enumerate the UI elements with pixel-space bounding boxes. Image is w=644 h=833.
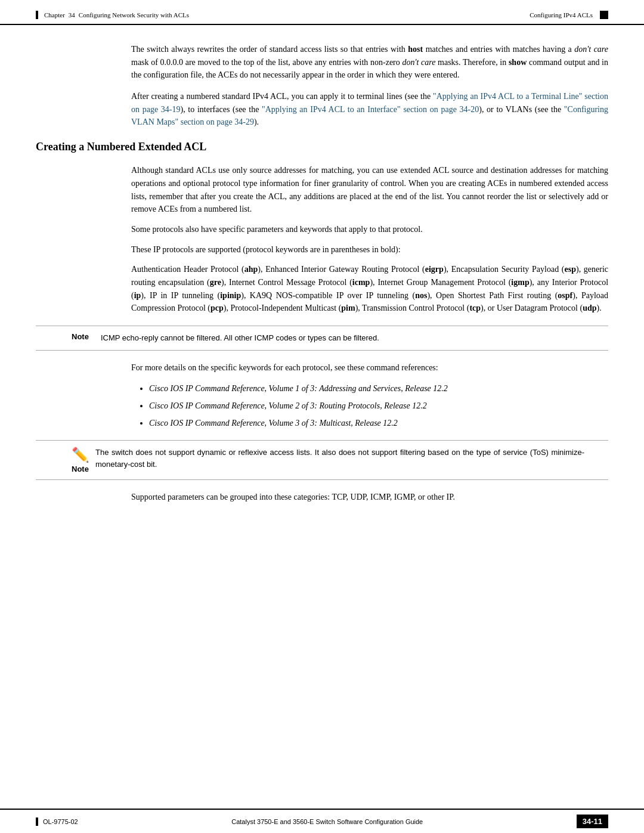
body-section: Although standard ACLs use only source a… xyxy=(131,164,608,315)
link-interface[interactable]: "Applying an IPv4 ACL to an Interface" s… xyxy=(262,105,479,114)
body-para1: Although standard ACLs use only source a… xyxy=(131,164,608,216)
note1-box: Note ICMP echo-reply cannot be filtered.… xyxy=(36,326,608,351)
intro-para2: After creating a numbered standard IPv4 … xyxy=(131,90,608,129)
supported-params-section: Supported parameters can be grouped into… xyxy=(131,491,608,504)
footer-center: Catalyst 3750-E and 3560-E Switch Softwa… xyxy=(231,818,423,825)
for-more-para: For more details on the specific keyword… xyxy=(131,361,608,374)
note1-label: Note xyxy=(36,332,101,341)
note2-icon-area: ✏️ Note xyxy=(36,447,95,473)
footer-ol: OL-9775-02 xyxy=(43,818,78,825)
header-right: Configuring IPv4 ACLs xyxy=(530,11,608,19)
body-para4: Authentication Header Protocol (ahp), En… xyxy=(131,263,608,315)
intro-section: The switch always rewrites the order of … xyxy=(131,43,608,129)
note1-content: ICMP echo-reply cannot be filtered. All … xyxy=(101,332,608,344)
footer-left: OL-9775-02 xyxy=(36,817,78,826)
chapter-title: Configuring Network Security with ACLs xyxy=(79,11,189,18)
header-right-title: Configuring IPv4 ACLs xyxy=(530,11,593,18)
body-para2: Some protocols also have specific parame… xyxy=(131,223,608,236)
note2-content: The switch does not support dynamic or r… xyxy=(95,447,608,470)
chapter-num: 34 xyxy=(69,11,75,18)
pencil-icon: ✏️ xyxy=(72,447,89,463)
supported-params-para: Supported parameters can be grouped into… xyxy=(131,491,608,504)
for-more-section: For more details on the specific keyword… xyxy=(131,361,608,374)
note2-label: Note xyxy=(72,465,89,473)
page-header: Chapter 34 Configuring Network Security … xyxy=(0,0,644,25)
section-heading: Creating a Numbered Extended ACL xyxy=(36,141,608,153)
header-left: Chapter 34 Configuring Network Security … xyxy=(36,11,189,19)
note2-box: ✏️ Note The switch does not support dyna… xyxy=(36,440,608,480)
header-bar-left xyxy=(36,11,38,19)
list-item: Cisco IOS IP Command Reference, Volume 1… xyxy=(149,382,608,395)
page-footer: OL-9775-02 Catalyst 3750-E and 3560-E Sw… xyxy=(0,809,644,833)
page-number: 34-11 xyxy=(577,815,608,828)
list-item: Cisco IOS IP Command Reference, Volume 3… xyxy=(149,417,608,429)
header-bar-right xyxy=(600,11,608,19)
list-item: Cisco IOS IP Command Reference, Volume 2… xyxy=(149,400,608,412)
footer-bar xyxy=(36,817,38,826)
intro-para1: The switch always rewrites the order of … xyxy=(131,43,608,82)
body-para3: These IP protocols are supported (protoc… xyxy=(131,243,608,256)
reference-list: Cisco IOS IP Command Reference, Volume 1… xyxy=(149,382,608,429)
page-content: The switch always rewrites the order of … xyxy=(0,25,644,548)
chapter-label: Chapter xyxy=(44,11,65,18)
